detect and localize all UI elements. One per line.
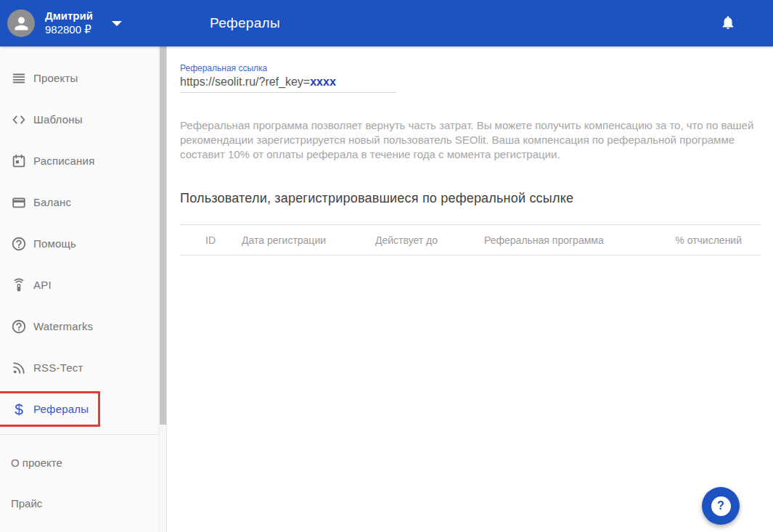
sidebar-item-pricing[interactable]: Прайс: [0, 483, 167, 523]
sidebar-footer: О проекте Прайс: [0, 435, 167, 523]
referrals-table: ID Дата регистрации Действует до Реферал…: [180, 224, 761, 255]
referral-url-prefix: https://seolit.ru/?ref_key=: [180, 75, 310, 88]
sidebar-item-watermarks[interactable]: Watermarks: [0, 306, 167, 347]
column-header-valid-until: Действует до: [375, 234, 484, 246]
table-header-row: ID Дата регистрации Действует до Реферал…: [180, 225, 761, 255]
question-mark-icon: ?: [711, 496, 731, 516]
referral-link-label: Реферальная ссылка: [180, 63, 773, 73]
user-balance: 982800 ₽: [45, 23, 93, 37]
scrollbar-thumb[interactable]: [160, 46, 166, 425]
referral-link-input[interactable]: https://seolit.ru/?ref_key=xxxx: [180, 75, 396, 89]
person-icon: [12, 14, 31, 33]
dollar-icon: $: [10, 401, 28, 418]
column-header-id: ID: [180, 234, 242, 246]
user-info: Дмитрий 982800 ₽: [45, 9, 93, 37]
referred-users-heading: Пользователи, зарегистрировавшиеся по ре…: [180, 191, 773, 206]
column-header-registration-date: Дата регистрации: [242, 234, 375, 246]
appbar-main: Рефералы: [167, 0, 773, 46]
referral-url-key: xxxx: [310, 75, 336, 88]
sidebar: Проекты Шаблоны Расписания: [0, 46, 167, 532]
sidebar-item-schedules[interactable]: Расписания: [0, 140, 167, 181]
sidebar-item-about[interactable]: О проекте: [0, 442, 167, 483]
sidebar-item-rss-test[interactable]: RSS-Тест: [0, 347, 167, 388]
column-header-percent: % отчислений: [626, 234, 761, 246]
help-circle-icon: [10, 235, 28, 253]
bell-icon: [720, 15, 736, 30]
rss-icon: [10, 359, 28, 377]
appbar: Дмитрий 982800 ₽ Рефералы: [0, 0, 773, 46]
sidebar-item-help[interactable]: Помощь: [0, 223, 167, 264]
sidebar-scrollbar[interactable]: [158, 46, 167, 532]
list-icon: [10, 70, 28, 87]
referrals-page: Реферальная ссылка https://seolit.ru/?re…: [167, 46, 773, 532]
remote-signal-icon: [10, 277, 28, 294]
sidebar-item-api[interactable]: API: [0, 264, 167, 306]
user-name: Дмитрий: [45, 9, 93, 23]
sidebar-item-referrals[interactable]: $ Рефералы: [0, 388, 167, 430]
page-title: Рефералы: [210, 15, 280, 31]
sidebar-item-projects[interactable]: Проекты: [0, 57, 167, 99]
credit-card-icon: [10, 194, 28, 211]
referral-program-description: Реферальная программа позволяет вернуть …: [180, 118, 757, 162]
input-underline: [180, 92, 396, 93]
avatar[interactable]: [7, 9, 35, 37]
help-fab-button[interactable]: ?: [702, 487, 740, 525]
notifications-button[interactable]: [719, 15, 737, 32]
sidebar-item-templates[interactable]: Шаблоны: [0, 99, 167, 140]
user-account-menu[interactable]: Дмитрий 982800 ₽: [0, 0, 167, 46]
column-header-referral-program: Реферальная программа: [484, 234, 626, 246]
calendar-icon: [10, 152, 28, 170]
help-circle-icon: [10, 318, 28, 335]
code-icon: [10, 111, 28, 128]
chevron-down-icon[interactable]: [112, 21, 122, 26]
sidebar-item-balance[interactable]: Баланс: [0, 181, 167, 223]
app-window: Дмитрий 982800 ₽ Рефералы Проекты: [0, 0, 773, 532]
